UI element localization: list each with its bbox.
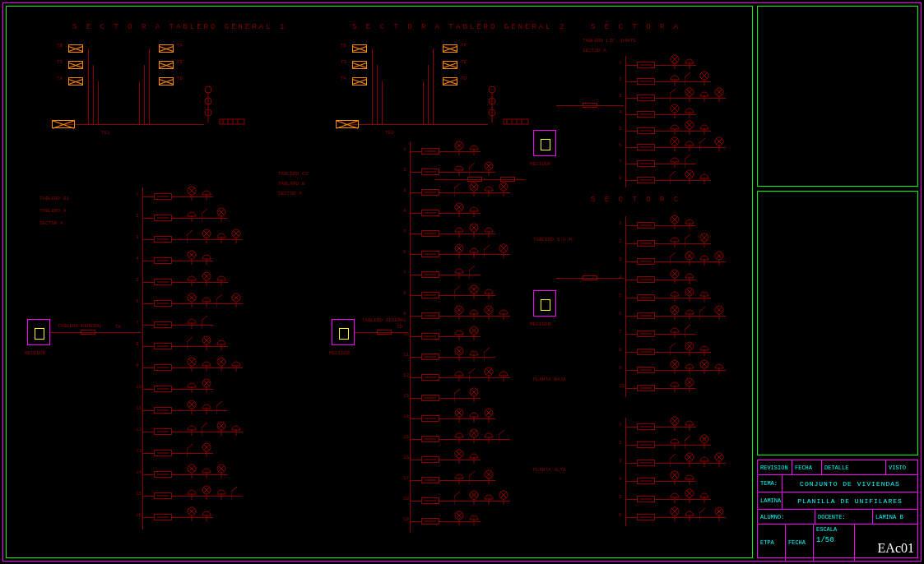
breaker-icon — [421, 210, 439, 216]
lamp-icon — [670, 359, 680, 376]
lamp-icon — [699, 71, 709, 87]
outlet-icon — [685, 359, 694, 376]
lamp-icon — [714, 506, 724, 523]
outlet-icon — [484, 182, 494, 198]
lamp-icon — [714, 87, 724, 104]
switch-icon — [469, 469, 479, 486]
outlet-icon — [670, 233, 680, 249]
breaker-icon — [637, 478, 655, 484]
switch-icon — [187, 229, 197, 245]
outlet-icon — [469, 243, 479, 260]
outlet-icon — [484, 428, 494, 445]
breaker-icon — [637, 240, 655, 247]
tg1-term-ts: TS — [57, 59, 63, 65]
switch-icon — [454, 490, 464, 506]
lamp-icon — [454, 141, 464, 157]
switch-icon — [216, 400, 226, 416]
outlet-icon — [454, 161, 464, 178]
lamp-icon — [670, 136, 680, 153]
tg2-term-ts: TS — [341, 59, 346, 65]
switch-icon — [187, 335, 197, 352]
breaker-icon — [637, 78, 655, 85]
side-box-1 — [757, 6, 918, 187]
breaker-icon — [637, 127, 655, 134]
breaker-icon — [154, 257, 172, 264]
switch-icon — [685, 434, 694, 451]
outlet-icon — [231, 357, 241, 373]
outlet-icon — [685, 506, 694, 523]
tb-etpa: ETPA — [758, 525, 786, 561]
breaker-icon — [637, 95, 655, 101]
breaker-icon — [421, 292, 439, 298]
lamp-icon — [484, 305, 494, 321]
t01-title-1: TABLERO 01 — [39, 196, 69, 201]
switch-icon — [484, 243, 494, 260]
lamp-icon — [670, 416, 680, 432]
t01-gen-label: TABLERO GENERAL — [58, 323, 91, 329]
lamp-icon — [187, 464, 197, 480]
lamp-icon — [670, 54, 680, 71]
lamp-icon — [685, 341, 694, 358]
switch-icon — [202, 421, 211, 437]
breaker-icon — [154, 407, 172, 414]
t02-gen-label: TABLERO GENERAL — [362, 317, 395, 323]
outlet-icon — [202, 250, 211, 266]
breaker-icon — [154, 215, 172, 221]
side-box-2 — [757, 191, 918, 455]
tb-fecha2: FECHA — [786, 525, 814, 561]
breaker-icon — [637, 441, 655, 448]
lamp-icon — [216, 464, 226, 480]
tb-alumno: ALUMNO: — [758, 510, 815, 524]
outlet-icon — [699, 120, 709, 136]
outlet-icon — [699, 488, 709, 505]
tg1-term-ta: TA — [57, 76, 63, 81]
outlet-icon — [685, 416, 694, 432]
outlet-icon — [202, 464, 211, 480]
outlet-icon — [187, 378, 197, 395]
outlet-icon — [216, 335, 226, 352]
outlet-icon — [202, 506, 211, 523]
lamp-icon — [202, 442, 211, 459]
t02-meter-label: MEDIDOR — [329, 350, 350, 356]
sum-meter-label: MEDIDOR — [530, 321, 550, 327]
outlet-icon — [670, 120, 680, 136]
lamp-icon — [187, 293, 197, 309]
lamp-icon — [685, 120, 694, 136]
breaker-icon — [421, 148, 439, 155]
header-tg2: S E C T O R A TABLERO GENERAL 2 — [352, 23, 566, 31]
tb-docente: DOCENTE: — [815, 510, 873, 524]
lamp-icon — [484, 161, 494, 178]
lamp-icon — [699, 434, 709, 451]
lamp-icon — [469, 490, 479, 506]
breaker-icon — [637, 258, 655, 265]
lamp-icon — [202, 229, 211, 245]
t01-title-2: TABLERO A — [39, 208, 66, 214]
secA-meter-label: MEDIDOR — [530, 161, 550, 167]
secA-title-2: SECTOR A — [583, 48, 606, 53]
outlet-icon — [454, 428, 464, 445]
lamp-icon — [685, 377, 694, 394]
lamp-icon — [469, 182, 479, 198]
lamp-icon — [469, 326, 479, 342]
breaker-icon — [637, 144, 655, 150]
breaker-icon — [154, 492, 172, 499]
breaker-icon — [154, 321, 172, 328]
breaker-icon — [421, 436, 439, 442]
breaker-icon — [637, 423, 655, 430]
outlet-icon — [685, 104, 694, 120]
lamp-icon — [499, 182, 508, 198]
tb-escala-label: ESCALA — [816, 526, 837, 533]
breaker-icon — [637, 62, 655, 68]
lamp-icon — [216, 207, 226, 224]
tb-lamina-b: LAMINA B — [873, 510, 917, 524]
sum-title: TABLERO S.U.M. — [533, 237, 574, 243]
switch-icon — [670, 452, 680, 469]
breaker-icon — [421, 395, 439, 401]
breaker-icon — [421, 230, 439, 237]
switch-icon — [499, 428, 508, 445]
header-sector-a: S E C T O R A — [591, 23, 680, 31]
breaker-icon — [154, 193, 172, 200]
outlet-icon — [699, 87, 709, 104]
outlet-icon — [484, 490, 494, 506]
outlet-icon — [202, 186, 211, 202]
